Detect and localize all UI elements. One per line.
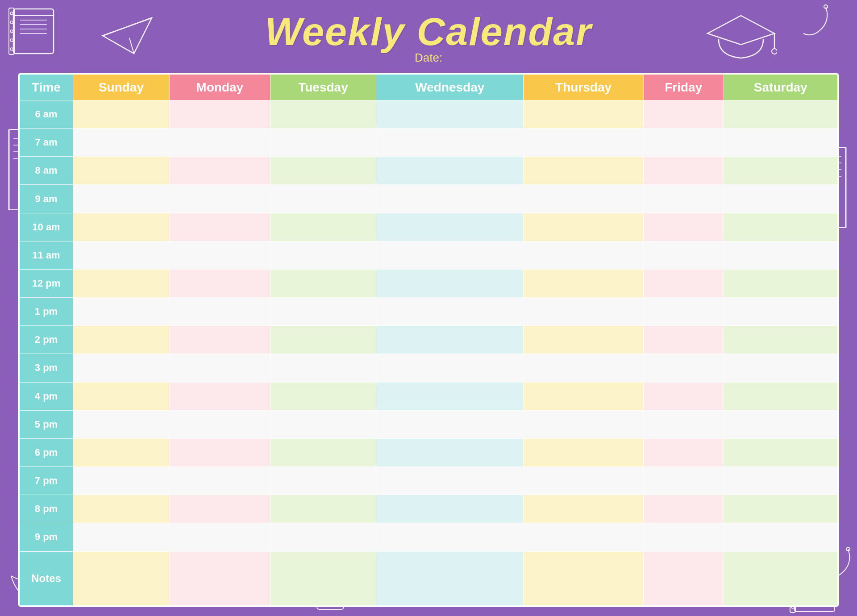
- calendar-cell[interactable]: [376, 438, 524, 466]
- calendar-cell[interactable]: [524, 185, 644, 213]
- calendar-cell[interactable]: [524, 495, 644, 523]
- notes-cell[interactable]: [169, 551, 270, 606]
- calendar-cell[interactable]: [724, 129, 837, 157]
- notes-cell[interactable]: [270, 551, 376, 606]
- calendar-cell[interactable]: [524, 213, 644, 241]
- calendar-cell[interactable]: [73, 467, 170, 495]
- calendar-cell[interactable]: [524, 326, 644, 354]
- calendar-cell[interactable]: [724, 269, 837, 297]
- calendar-cell[interactable]: [376, 467, 524, 495]
- calendar-cell[interactable]: [169, 326, 270, 354]
- calendar-cell[interactable]: [73, 269, 170, 297]
- calendar-cell[interactable]: [524, 438, 644, 466]
- calendar-cell[interactable]: [270, 382, 376, 410]
- calendar-cell[interactable]: [270, 157, 376, 185]
- calendar-cell[interactable]: [524, 129, 644, 157]
- calendar-cell[interactable]: [376, 269, 524, 297]
- calendar-cell[interactable]: [169, 269, 270, 297]
- calendar-cell[interactable]: [270, 213, 376, 241]
- calendar-cell[interactable]: [169, 129, 270, 157]
- calendar-cell[interactable]: [169, 523, 270, 551]
- calendar-cell[interactable]: [73, 523, 170, 551]
- calendar-cell[interactable]: [524, 523, 644, 551]
- calendar-cell[interactable]: [643, 129, 724, 157]
- notes-cell[interactable]: [73, 551, 170, 606]
- calendar-cell[interactable]: [376, 185, 524, 213]
- calendar-cell[interactable]: [376, 157, 524, 185]
- calendar-cell[interactable]: [73, 298, 170, 326]
- calendar-cell[interactable]: [270, 354, 376, 382]
- notes-cell[interactable]: [643, 551, 724, 606]
- calendar-cell[interactable]: [73, 382, 170, 410]
- calendar-cell[interactable]: [73, 326, 170, 354]
- calendar-cell[interactable]: [643, 523, 724, 551]
- calendar-cell[interactable]: [270, 438, 376, 466]
- calendar-cell[interactable]: [643, 467, 724, 495]
- calendar-cell[interactable]: [643, 410, 724, 438]
- calendar-cell[interactable]: [169, 410, 270, 438]
- calendar-cell[interactable]: [524, 269, 644, 297]
- calendar-cell[interactable]: [169, 100, 270, 129]
- calendar-cell[interactable]: [376, 241, 524, 269]
- calendar-cell[interactable]: [270, 410, 376, 438]
- calendar-cell[interactable]: [270, 467, 376, 495]
- calendar-cell[interactable]: [524, 241, 644, 269]
- calendar-cell[interactable]: [524, 382, 644, 410]
- calendar-cell[interactable]: [524, 100, 644, 129]
- calendar-cell[interactable]: [643, 185, 724, 213]
- calendar-cell[interactable]: [169, 354, 270, 382]
- calendar-cell[interactable]: [643, 241, 724, 269]
- calendar-cell[interactable]: [73, 100, 170, 129]
- calendar-cell[interactable]: [169, 298, 270, 326]
- calendar-cell[interactable]: [73, 410, 170, 438]
- calendar-cell[interactable]: [724, 495, 837, 523]
- calendar-cell[interactable]: [270, 326, 376, 354]
- calendar-cell[interactable]: [169, 157, 270, 185]
- calendar-cell[interactable]: [724, 100, 837, 129]
- calendar-cell[interactable]: [643, 298, 724, 326]
- calendar-cell[interactable]: [376, 495, 524, 523]
- calendar-cell[interactable]: [169, 495, 270, 523]
- calendar-cell[interactable]: [643, 382, 724, 410]
- calendar-cell[interactable]: [724, 157, 837, 185]
- calendar-cell[interactable]: [169, 467, 270, 495]
- calendar-cell[interactable]: [270, 100, 376, 129]
- calendar-cell[interactable]: [73, 354, 170, 382]
- calendar-cell[interactable]: [169, 213, 270, 241]
- calendar-cell[interactable]: [724, 354, 837, 382]
- calendar-cell[interactable]: [169, 438, 270, 466]
- calendar-cell[interactable]: [643, 213, 724, 241]
- calendar-cell[interactable]: [73, 157, 170, 185]
- calendar-cell[interactable]: [724, 185, 837, 213]
- calendar-cell[interactable]: [524, 157, 644, 185]
- notes-cell[interactable]: [376, 551, 524, 606]
- calendar-cell[interactable]: [73, 495, 170, 523]
- calendar-cell[interactable]: [524, 467, 644, 495]
- calendar-cell[interactable]: [524, 298, 644, 326]
- calendar-cell[interactable]: [376, 326, 524, 354]
- calendar-cell[interactable]: [376, 100, 524, 129]
- calendar-cell[interactable]: [643, 354, 724, 382]
- calendar-cell[interactable]: [724, 382, 837, 410]
- calendar-cell[interactable]: [643, 495, 724, 523]
- notes-cell[interactable]: [524, 551, 644, 606]
- calendar-cell[interactable]: [376, 298, 524, 326]
- calendar-cell[interactable]: [724, 467, 837, 495]
- calendar-cell[interactable]: [270, 241, 376, 269]
- calendar-cell[interactable]: [270, 298, 376, 326]
- calendar-cell[interactable]: [73, 241, 170, 269]
- calendar-cell[interactable]: [376, 523, 524, 551]
- calendar-cell[interactable]: [376, 129, 524, 157]
- calendar-cell[interactable]: [643, 157, 724, 185]
- calendar-cell[interactable]: [643, 100, 724, 129]
- calendar-cell[interactable]: [643, 269, 724, 297]
- calendar-cell[interactable]: [73, 129, 170, 157]
- calendar-cell[interactable]: [270, 495, 376, 523]
- calendar-cell[interactable]: [376, 410, 524, 438]
- calendar-cell[interactable]: [724, 438, 837, 466]
- calendar-cell[interactable]: [270, 269, 376, 297]
- calendar-cell[interactable]: [724, 523, 837, 551]
- calendar-cell[interactable]: [169, 185, 270, 213]
- notes-cell[interactable]: [724, 551, 837, 606]
- calendar-cell[interactable]: [724, 298, 837, 326]
